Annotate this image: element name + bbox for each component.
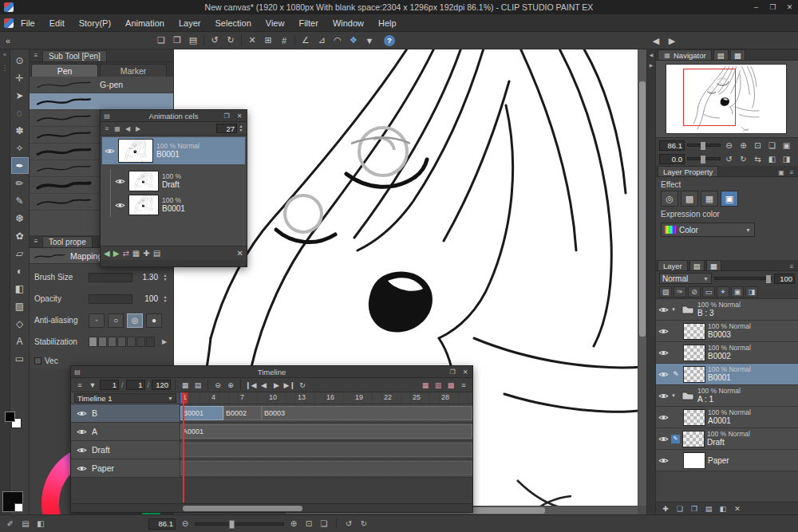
tool-object[interactable]: ➤	[11, 87, 29, 104]
tool-pen[interactable]: ✒	[11, 157, 29, 174]
onion-next-icon[interactable]: ▩	[445, 379, 456, 391]
maximize-button[interactable]: ❐	[764, 0, 781, 14]
lock-transparent-icon[interactable]: ▨	[659, 286, 672, 298]
save-icon[interactable]: ▤	[185, 33, 201, 49]
anti-aliasing-weak-button[interactable]: ○	[108, 313, 124, 328]
expand-triangle-icon[interactable]: ▼	[671, 393, 678, 398]
swap-cels-icon[interactable]: ⇄	[122, 249, 128, 258]
track-lane-b[interactable]: B0001 B0002 B0003	[180, 404, 472, 422]
track-row-draft[interactable]: Draft	[71, 441, 472, 459]
stabilization-more-icon[interactable]: ▶	[160, 338, 168, 345]
vscroll-thumb[interactable]	[639, 81, 646, 337]
minimize-panel-icon[interactable]: ❐	[448, 368, 457, 376]
layer-thumbnail[interactable]	[683, 452, 705, 469]
close-panel-icon[interactable]: ✕	[460, 368, 470, 376]
tool-ruler[interactable]: ▭	[11, 350, 29, 367]
tone-effect-icon[interactable]: ▩	[681, 191, 698, 207]
timeline-name-select[interactable]: Timeline 1 ▼	[74, 393, 176, 403]
tool-eyedropper[interactable]: ✧	[11, 140, 29, 156]
subtool-item[interactable]: G-pen	[30, 77, 173, 93]
dock-collapse-right-icon[interactable]: ▶	[664, 33, 680, 49]
titlebar[interactable]: New canvas* (1920 x 1080px With blank sp…	[0, 0, 798, 14]
brush-size-value[interactable]: 1.30	[136, 273, 158, 282]
tool-brush[interactable]: ✎	[11, 192, 29, 209]
dock-strip-right-icon[interactable]: ▶	[650, 62, 654, 68]
layer-row-b0002[interactable]: 100 % Normal B0002	[656, 342, 798, 364]
go-last-frame-icon[interactable]: ▶❙	[284, 379, 295, 391]
tool-decoration[interactable]: ✿	[11, 227, 29, 244]
zoom-in-icon[interactable]: ⊕	[737, 140, 749, 151]
zoom-value[interactable]: 86.1	[659, 140, 685, 151]
visibility-eye-icon[interactable]	[658, 328, 669, 335]
layer-panel-menu-icon[interactable]: ≡	[788, 263, 796, 270]
tab-navigator[interactable]: ▦ Navigator	[658, 49, 712, 60]
panel-resize-grip[interactable]: ⋮	[101, 260, 247, 266]
strip-grip-icon[interactable]: ⋮	[2, 65, 8, 72]
flip-vertical-icon[interactable]: ◨	[780, 154, 792, 164]
extract-line-icon[interactable]: ▦	[701, 191, 718, 207]
layer-row-folder-b[interactable]: ▼ 100 % Normal B : 3	[656, 299, 798, 321]
track-eye-icon[interactable]	[76, 447, 87, 454]
vector-checkbox[interactable]	[34, 357, 41, 365]
new-folder-icon[interactable]: ❏	[674, 505, 685, 513]
next-cel-icon[interactable]: ▶	[113, 249, 120, 258]
visibility-eye-icon[interactable]	[658, 414, 669, 421]
anti-aliasing-middle-button[interactable]: ◎	[127, 313, 143, 328]
transparent-color-swatch[interactable]	[14, 503, 23, 512]
layer-thumbnail[interactable]	[683, 366, 705, 383]
border-effect-icon[interactable]: ◎	[661, 191, 678, 207]
dock-collapse-left-icon[interactable]: ◀	[648, 33, 664, 49]
panel-menu-icon[interactable]: ≡	[32, 238, 40, 245]
status-zoom-value[interactable]: 86.1	[148, 518, 176, 530]
zoom-slider[interactable]	[687, 144, 721, 147]
main-sub-color-swatch[interactable]	[5, 412, 22, 429]
tab-layer-property[interactable]: Layer Property	[658, 166, 718, 176]
layer-thumbnail[interactable]	[683, 345, 705, 361]
anti-aliasing-none-button[interactable]: ◦	[89, 313, 105, 328]
layer-row-paper[interactable]: Paper	[656, 450, 798, 471]
visibility-eye-icon[interactable]	[104, 148, 115, 155]
tab-subview-icon[interactable]: ▤	[713, 49, 729, 60]
delete-icon[interactable]: ✕	[244, 33, 260, 49]
status-rotate-ccw-icon[interactable]: ↺	[343, 519, 354, 528]
reset-rotation-icon[interactable]: ⇆	[752, 154, 764, 164]
cel-row-selected[interactable]: 100 % Normal B0001	[102, 137, 245, 164]
fit-screen-icon[interactable]: ⊡	[752, 140, 764, 151]
zoom-out-icon[interactable]: ⊖	[723, 140, 735, 151]
flip-horizontal-icon[interactable]: ◧	[766, 154, 778, 164]
navigator-view-frame[interactable]	[683, 69, 736, 126]
status-actual-size-icon[interactable]: ❏	[318, 519, 330, 528]
timeline-zoom-out-icon[interactable]: ⊖	[212, 379, 223, 391]
reference-layer-icon[interactable]: ◨	[745, 286, 758, 298]
tool-text[interactable]: A	[11, 333, 29, 349]
undo-icon[interactable]: ↺	[207, 33, 223, 49]
tab-layer[interactable]: Layer	[658, 260, 688, 270]
tool-eraser[interactable]: ▱	[11, 245, 29, 262]
count-stepper[interactable]: ▲ ▼	[238, 124, 244, 132]
opacity-count-value[interactable]: 27	[216, 124, 237, 133]
redo-icon[interactable]: ↻	[223, 33, 239, 49]
tab-marker[interactable]: Marker	[100, 64, 167, 77]
navigator-thumbnail[interactable]	[666, 65, 786, 133]
status-palette-icon[interactable]: ▤	[20, 519, 31, 528]
stepper-down-icon[interactable]: ▼	[238, 128, 244, 132]
menu-animation[interactable]: Animation	[118, 17, 172, 30]
visibility-eye-icon[interactable]	[658, 371, 669, 378]
collapse-left-icon[interactable]: «	[0, 33, 16, 49]
open-icon[interactable]: ❐	[169, 33, 185, 49]
visibility-eye-icon[interactable]	[114, 202, 125, 209]
loop-play-icon[interactable]: ↻	[297, 379, 308, 391]
current-color-swatch[interactable]	[2, 491, 23, 512]
cels-lighttable-icon[interactable]: ▦	[113, 125, 121, 132]
timeline-options-icon[interactable]: ≡	[458, 379, 469, 391]
tab-information-icon[interactable]: ▦	[730, 49, 745, 60]
set-as-draft-icon[interactable]: ✦	[717, 286, 729, 298]
visibility-eye-icon[interactable]	[658, 457, 669, 464]
menu-window[interactable]: Window	[326, 17, 371, 30]
menu-file[interactable]: File	[14, 17, 42, 30]
expression-color-select[interactable]: Color ▼	[661, 223, 755, 237]
brush-size-stepper[interactable]: ▲ ▼	[162, 274, 168, 282]
tool-figure[interactable]: ◇	[11, 315, 29, 332]
delete-layer-icon[interactable]: ✕	[732, 505, 743, 513]
tab-layer-comp-icon[interactable]: ▦	[706, 260, 721, 270]
